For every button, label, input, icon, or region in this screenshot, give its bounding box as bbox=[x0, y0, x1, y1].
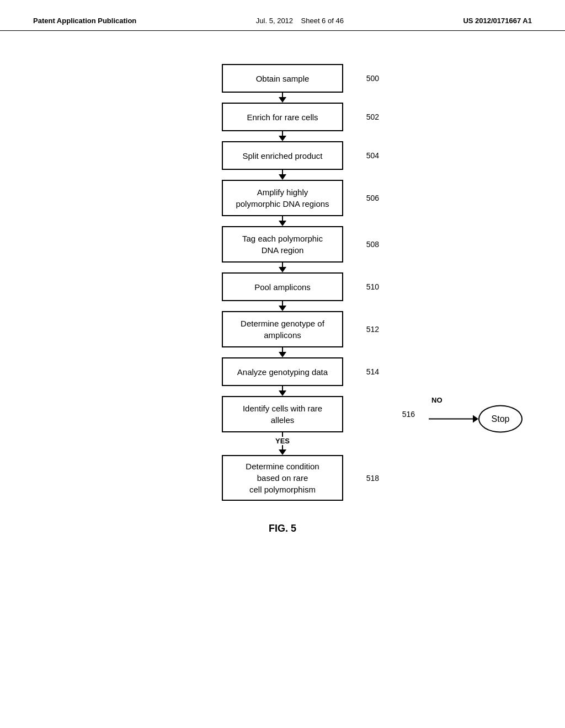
node-508: Tag each polymorphic DNA region 508 bbox=[222, 226, 343, 263]
label-502: Enrich for rare cells bbox=[247, 111, 318, 123]
label-510: Pool amplicons bbox=[254, 281, 311, 293]
box-516: Identify cells with rare alleles bbox=[222, 396, 343, 432]
tag-510: 510 bbox=[366, 282, 379, 291]
node-504: Split enriched product 504 bbox=[222, 141, 343, 170]
node-502: Enrich for rare cells 502 bbox=[222, 103, 343, 131]
box-504: Split enriched product bbox=[222, 141, 343, 170]
tag-512: 512 bbox=[366, 325, 379, 334]
box-518: Determine condition based on rare cell p… bbox=[222, 455, 343, 501]
node-518: Determine condition based on rare cell p… bbox=[222, 455, 343, 501]
tag-514: 514 bbox=[366, 367, 379, 376]
node-514: Analyze genotyping data 514 bbox=[222, 357, 343, 386]
box-506: Amplify highly polymorphic DNA regions bbox=[222, 180, 343, 216]
no-label: NO bbox=[431, 396, 443, 404]
yes-label: YES bbox=[275, 437, 290, 445]
label-508: Tag each polymorphic DNA region bbox=[242, 233, 323, 256]
tag-506: 506 bbox=[366, 194, 379, 202]
node-516-container: Identify cells with rare alleles 516 NO … bbox=[145, 396, 420, 432]
page-header: Patent Application Publication Jul. 5, 2… bbox=[0, 0, 565, 31]
node-500: Obtain sample 500 bbox=[222, 64, 343, 93]
stop-label: Stop bbox=[492, 414, 510, 424]
node-506: Amplify highly polymorphic DNA regions 5… bbox=[222, 180, 343, 216]
box-500: Obtain sample bbox=[222, 64, 343, 93]
header-patent-number: US 2012/0171667 A1 bbox=[463, 17, 532, 25]
figure-caption: FIG. 5 bbox=[269, 523, 296, 534]
tag-500: 500 bbox=[366, 74, 379, 83]
tag-518: 518 bbox=[366, 474, 379, 483]
label-516: Identify cells with rare alleles bbox=[243, 403, 322, 426]
label-518: Determine condition based on rare cell p… bbox=[246, 461, 319, 495]
box-508: Tag each polymorphic DNA region bbox=[222, 226, 343, 263]
node-512: Determine genotype of amplicons 512 bbox=[222, 311, 343, 347]
diagram-area: Obtain sample 500 Enrich for rare cells … bbox=[0, 31, 565, 545]
box-512: Determine genotype of amplicons bbox=[222, 311, 343, 347]
label-504: Split enriched product bbox=[242, 150, 322, 162]
label-512: Determine genotype of amplicons bbox=[241, 318, 324, 341]
yes-arrow: YES bbox=[275, 432, 290, 455]
header-sheet: Sheet 6 of 46 bbox=[301, 17, 344, 25]
box-514: Analyze genotyping data bbox=[222, 357, 343, 386]
header-date: Jul. 5, 2012 bbox=[256, 17, 293, 25]
header-date-sheet: Jul. 5, 2012 Sheet 6 of 46 bbox=[256, 17, 344, 25]
label-514: Analyze genotyping data bbox=[237, 366, 328, 378]
node-510: Pool amplicons 510 bbox=[222, 272, 343, 301]
tag-508: 508 bbox=[366, 240, 379, 249]
box-502: Enrich for rare cells bbox=[222, 103, 343, 131]
tag-504: 504 bbox=[366, 151, 379, 160]
header-publication-type: Patent Application Publication bbox=[33, 17, 136, 25]
tag-502: 502 bbox=[366, 113, 379, 121]
label-500: Obtain sample bbox=[256, 73, 310, 84]
no-branch: NO Stop bbox=[428, 396, 523, 433]
label-506: Amplify highly polymorphic DNA regions bbox=[236, 186, 329, 210]
box-510: Pool amplicons bbox=[222, 272, 343, 301]
tag-516: 516 bbox=[402, 410, 415, 419]
stop-node: Stop bbox=[478, 405, 523, 433]
